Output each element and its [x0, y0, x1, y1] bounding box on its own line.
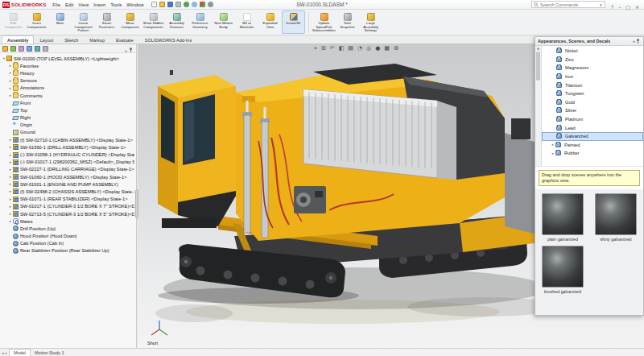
tree-item[interactable]: ▸Favorites — [0, 62, 136, 69]
menu-window[interactable]: Window — [124, 2, 146, 7]
zoom-fit-icon[interactable]: ⌖ — [314, 46, 317, 52]
cam-manager-icon[interactable] — [43, 46, 48, 52]
panel-chevron-icon[interactable] — [125, 44, 127, 56]
appearance-item-gold[interactable]: Gold — [542, 98, 643, 107]
dimxpertmanager-icon[interactable] — [27, 46, 32, 52]
ribbon-button-assembly-features[interactable]: Assembly Features — [165, 10, 188, 34]
chevron-right-icon[interactable]: » — [633, 39, 635, 43]
appearance-item-platinum[interactable]: Platinum — [542, 115, 643, 124]
appearance-item-galvanized[interactable]: Galvanized — [542, 132, 643, 141]
tree-item[interactable]: ▸Comments — [0, 92, 136, 99]
tree-item[interactable]: ▾SW-01000 (TOP LEVEL ASSEMBLY) <Lightwei… — [0, 55, 136, 62]
scroll-up-icon[interactable]: ▲ — [537, 46, 539, 51]
ribbon-button-show-hidden-components[interactable]: Show Hidden Components — [142, 10, 165, 34]
help-icon[interactable]: ? — [609, 4, 616, 10]
appearances-scrollbar[interactable]: ▲ — [535, 46, 542, 166]
appearance-item-titanium[interactable]: Titanium — [542, 81, 643, 89]
statusbar-next-icon[interactable]: ▸ — [6, 350, 8, 355]
previous-view-icon[interactable]: ↶ — [330, 46, 335, 52]
tree-item[interactable]: ▸SW-01071-1 (REAR STABILIZER) <Display S… — [0, 196, 136, 203]
pin-icon[interactable] — [637, 39, 639, 41]
tree-item[interactable]: ▸Sensors — [0, 77, 136, 85]
tree-item[interactable]: Top — [0, 106, 136, 114]
tree-item[interactable]: Cab Position (Cab In) — [0, 240, 136, 247]
tree-item[interactable]: ▸(f) SW-02488-2 (CHASSIS ASSEMBLY) <Disp… — [0, 188, 136, 195]
tree-item[interactable]: Front — [0, 99, 136, 106]
statusbar-tab-model[interactable]: Model — [9, 349, 31, 356]
appearance-thumbnail-brushed-galvanized[interactable]: brushed galvanized — [542, 246, 584, 294]
statusbar-prev-icon[interactable]: ◂ — [2, 350, 4, 355]
minimize-icon[interactable]: – — [616, 4, 623, 10]
menu-edit[interactable]: Edit — [63, 2, 76, 7]
print-icon[interactable] — [175, 2, 181, 7]
ribbon-button-new-motion-study[interactable]: New Motion Study — [212, 10, 235, 34]
ribbon-button-edit-component[interactable]: Edit Component — [2, 10, 25, 34]
ribbon-button-bill-of-materials[interactable]: Bill of Materials — [235, 10, 258, 34]
tree-item[interactable]: ▸(-) SW-01058-1 (HYDRAULIC CYLINDER) <Di… — [0, 151, 136, 158]
search-box[interactable]: ▾ — [531, 1, 605, 8]
new-file-icon[interactable] — [151, 2, 157, 7]
tab-sketch[interactable]: Sketch — [59, 35, 84, 43]
open-file-icon[interactable] — [159, 2, 165, 7]
tree-item[interactable]: Rear Stabilizer Position (Rear Stabilize… — [0, 247, 136, 255]
view-settings-icon[interactable]: ⚙ — [394, 46, 398, 52]
rebuild-icon[interactable] — [200, 2, 205, 7]
appearance-thumbnail-plain-galvanized[interactable]: plain galvanized — [542, 193, 584, 242]
displaymanager-icon[interactable] — [35, 46, 40, 52]
tab-markup[interactable]: Markup — [84, 35, 110, 43]
tree-item[interactable]: ▸Annotations — [0, 85, 136, 92]
tree-item[interactable]: Origin — [0, 122, 136, 129]
statusbar-tab-motion-study-1[interactable]: Motion Study 1 — [31, 349, 68, 356]
options-icon[interactable] — [208, 2, 213, 7]
close-icon[interactable]: × — [633, 4, 642, 10]
undo-icon[interactable] — [184, 2, 189, 7]
appearance-item-iron[interactable]: Iron — [542, 72, 643, 81]
menu-file[interactable]: File — [50, 2, 63, 7]
tab-evaluate[interactable]: Evaluate — [110, 35, 139, 43]
appearance-item-silver[interactable]: Silver — [542, 106, 643, 115]
scrollbar-thumb[interactable] — [536, 52, 540, 81]
search-input[interactable] — [540, 2, 598, 7]
appearance-item-tungsten[interactable]: Tungsten — [542, 89, 643, 98]
hide-show-icon[interactable]: ◎ — [366, 46, 371, 52]
panel-pin-icon[interactable] — [130, 48, 132, 50]
tree-item[interactable]: ▸(f) SW-02710-1 (CABIN ASSEMBLY) <Displa… — [0, 136, 136, 143]
appearance-item-painted[interactable]: ▸Painted — [542, 141, 643, 150]
appearance-item-zinc[interactable]: Zinc — [542, 56, 643, 64]
display-style-icon[interactable]: ◔ — [357, 46, 362, 52]
edit-appearance-icon[interactable]: ● — [375, 46, 380, 52]
appearance-item-rubber[interactable]: ▸Rubber — [542, 149, 643, 158]
ribbon-button-move-component[interactable]: Move Component — [118, 10, 142, 34]
propertymanager-icon[interactable] — [10, 46, 16, 52]
ribbon-button-smart-fasteners[interactable]: Smart Fasteners — [95, 10, 118, 34]
appearance-thumbnail-shiny-galvanized[interactable]: shiny galvanized — [595, 193, 637, 242]
tree-item[interactable]: ▸(-) SW-01017-1 (298200362_MISZ) <Defaul… — [0, 159, 136, 166]
tab-solidworks-add-ins[interactable]: SOLIDWORKS Add-Ins — [139, 35, 197, 43]
tree-item[interactable]: ▸Mates — [0, 217, 136, 225]
panel-splitter[interactable] — [135, 189, 138, 218]
save-icon[interactable] — [167, 2, 173, 7]
tab-assembly[interactable]: Assembly — [2, 35, 34, 43]
apply-scene-icon[interactable]: ▦ — [384, 46, 390, 52]
appearance-item-nickel[interactable]: Nickel — [542, 47, 643, 56]
featuremanager-tree-icon[interactable] — [2, 46, 8, 52]
tree-item[interactable]: ▸SW-01017-1 (CYLINDER-3 1/2 BORE X 7" ST… — [0, 203, 136, 210]
tree-item[interactable]: Right — [0, 114, 136, 122]
appearance-item-magnesium[interactable]: Magnesium — [542, 64, 643, 72]
ribbon-button-instant3d[interactable]: Instant3D — [282, 10, 305, 34]
redo-icon[interactable] — [192, 2, 197, 7]
tree-item[interactable]: ▸SW-02227-1 (DRILLING CARRIAGE) <Display… — [0, 166, 136, 173]
ribbon-button-exploded-view[interactable]: Exploded View — [258, 10, 282, 34]
tab-layout[interactable]: Layout — [34, 35, 59, 43]
ribbon-button-reference-geometry[interactable]: Reference Geometry — [188, 10, 212, 34]
maximize-icon[interactable]: □ — [623, 4, 633, 10]
tree-item[interactable]: ▸SW-01001-1 (ENGINE AND PUMP ASSEMBLY) — [0, 180, 136, 188]
tree-item[interactable]: Ground — [0, 129, 136, 136]
tree-item[interactable]: ▸SW-01560-1 (DRILL ASSEMBLY) <Display St… — [0, 143, 136, 151]
ribbon-button-large-assembly-settings[interactable]: Large Assembly Settings — [359, 10, 382, 34]
view-orientation-icon[interactable]: ▤ — [348, 46, 353, 52]
ribbon-button-take-snapshot[interactable]: Take Snapshot — [336, 10, 359, 34]
search-chevron-icon[interactable]: ▾ — [600, 2, 602, 7]
tree-item[interactable]: Drill Position (Up) — [0, 225, 136, 232]
ribbon-button-linear-component-pattern[interactable]: Linear Component Pattern — [72, 10, 95, 34]
